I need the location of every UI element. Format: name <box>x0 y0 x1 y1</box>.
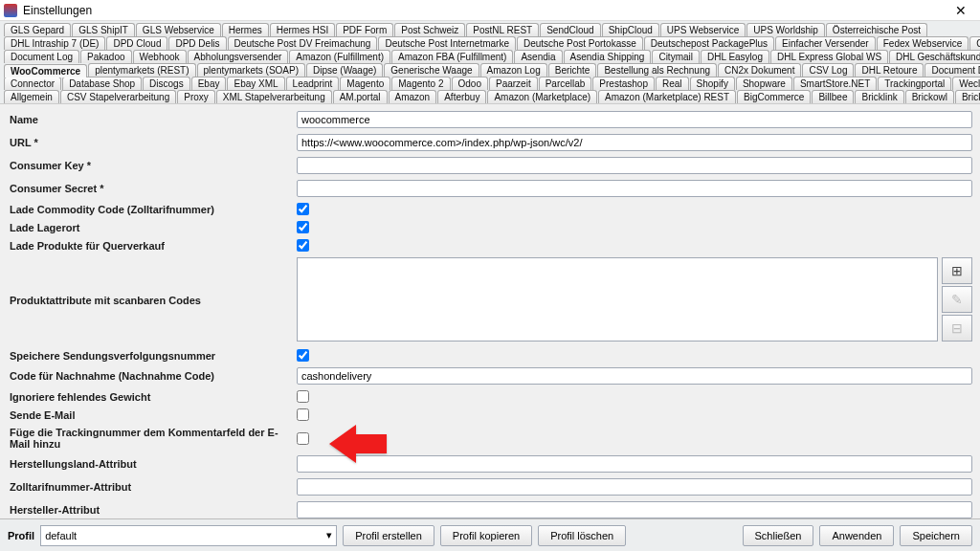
tab-amazon-marketplace-[interactable]: Amazon (Marketplace) <box>487 90 597 103</box>
tab-ups-webservice[interactable]: UPS Webservice <box>660 23 746 36</box>
tab-berichte[interactable]: Berichte <box>548 63 597 77</box>
tab-generische-waage[interactable]: Generische Waage <box>384 63 479 77</box>
tab-deutschepost-packageplus[interactable]: Deutschepost PackagePlus <box>644 36 774 50</box>
tab-plentymarkets-rest-[interactable]: plentymarkets (REST) <box>88 63 195 77</box>
tab-cn2x-dokument[interactable]: CN2x Dokument <box>718 63 801 77</box>
tab-post-schweiz[interactable]: Post Schweiz <box>394 23 465 36</box>
tab-brickscout[interactable]: Brickscout <box>955 90 980 103</box>
tab-paarzeit[interactable]: Paarzeit <box>489 77 538 90</box>
tab-webhook[interactable]: Webhook <box>133 50 187 63</box>
tab-connector[interactable]: Connector <box>4 77 61 90</box>
input-consumer-secret[interactable] <box>297 180 972 197</box>
tab-dipse-waage-[interactable]: Dipse (Waage) <box>306 63 383 77</box>
tab-fedex-webservice[interactable]: Fedex Webservice <box>877 36 969 50</box>
check-querverkauf[interactable] <box>297 239 309 252</box>
tab-brickowl[interactable]: Brickowl <box>905 90 954 103</box>
tab-ebay-xml[interactable]: Ebay XML <box>227 77 284 90</box>
input-consumer-key[interactable] <box>297 157 972 174</box>
tab-csv-stapelverarbeitung[interactable]: CSV Stapelverarbeitung <box>60 90 176 103</box>
tab-deutsche-post-internetmarke[interactable]: Deutsche Post Internetmarke <box>378 36 516 50</box>
tab-ups-worldship[interactable]: UPS Worldship <box>746 23 825 36</box>
tab-amazon-fba-fulfillment-[interactable]: Amazon FBA (Fulfillment) <box>391 50 513 63</box>
tab-woocommerce[interactable]: WooCommerce <box>4 64 87 77</box>
edit-attr-button[interactable]: ✎ <box>942 286 972 313</box>
close-icon[interactable]: ✕ <box>946 1 976 20</box>
tab-plentymarkets-soap-[interactable]: plentymarkets (SOAP) <box>197 63 305 77</box>
tab-ebay[interactable]: Ebay <box>191 77 227 90</box>
input-cod[interactable] <box>297 367 972 385</box>
tab-smartstore-net[interactable]: SmartStore.NET <box>793 77 877 90</box>
input-origin-attr[interactable] <box>297 455 972 473</box>
profile-create-button[interactable]: Profil erstellen <box>343 525 434 546</box>
tab-weclapp[interactable]: Weclapp <box>952 77 980 90</box>
check-ignore-weight[interactable] <box>297 390 309 403</box>
tab-xml-stapelverarbeitung[interactable]: XML Stapelverarbeitung <box>216 90 332 103</box>
tab-afterbuy[interactable]: Afterbuy <box>437 90 486 103</box>
tab-amazon-log[interactable]: Amazon Log <box>480 63 547 77</box>
tab-allgemein[interactable]: Allgemein <box>4 90 59 103</box>
tab-odoo[interactable]: Odoo <box>452 77 488 90</box>
input-maker-attr[interactable] <box>297 501 972 518</box>
tab-pakadoo[interactable]: Pakadoo <box>80 50 131 63</box>
tab-dhl-retoure[interactable]: DHL Retoure <box>855 63 924 77</box>
tab-trackingportal[interactable]: Trackingportal <box>878 77 951 90</box>
tab-prestashop[interactable]: Prestashop <box>592 77 655 90</box>
tab-bestellung-als-rechnung[interactable]: Bestellung als Rechnung <box>597 63 717 77</box>
tab-postnl-rest[interactable]: PostNL REST <box>466 23 539 36</box>
tab-magento-2[interactable]: Magento 2 <box>391 77 450 90</box>
tab-document-log[interactable]: Document Log <box>4 50 79 63</box>
add-attr-button[interactable]: ⊞ <box>942 257 972 284</box>
profile-combo[interactable]: default ▾ <box>40 525 337 546</box>
tab-gel-express[interactable]: GEL Express <box>969 36 980 50</box>
tab-real[interactable]: Real <box>656 77 689 90</box>
tab-discogs[interactable]: Discogs <box>143 77 190 90</box>
tab-pdf-form[interactable]: PDF Form <box>336 23 393 36</box>
tab-amazon-fulfillment-[interactable]: Amazon (Fulfillment) <box>289 50 390 63</box>
tab-bigcommerce[interactable]: BigCommerce <box>737 90 811 103</box>
tab-sendcloud[interactable]: SendCloud <box>540 23 600 36</box>
tab-proxy[interactable]: Proxy <box>177 90 215 103</box>
list-product-attrs[interactable] <box>297 257 938 342</box>
close-button[interactable]: Schließen <box>743 525 814 546</box>
tab-csv-log[interactable]: CSV Log <box>802 63 854 77</box>
tab-database-shop[interactable]: Database Shop <box>62 77 142 90</box>
tab-document-downloader[interactable]: Document Downloader <box>924 63 980 77</box>
tab-amazon[interactable]: Amazon <box>389 90 437 103</box>
tab-parcellab[interactable]: Parcellab <box>539 77 592 90</box>
tab-asendia[interactable]: Asendia <box>514 50 562 63</box>
input-name[interactable] <box>297 111 972 128</box>
tab--sterreichische-post[interactable]: Österreichische Post <box>826 23 927 36</box>
tab-dpd-cloud[interactable]: DPD Cloud <box>106 36 167 50</box>
tab-billbee[interactable]: Billbee <box>812 90 854 103</box>
tab-gls-shipit[interactable]: GLS ShipIT <box>72 23 135 36</box>
tab-hermes-hsi[interactable]: Hermes HSI <box>270 23 335 36</box>
tab-am-portal[interactable]: AM.portal <box>333 90 388 103</box>
check-track-email[interactable] <box>297 432 309 445</box>
tab-dpd-delis[interactable]: DPD Delis <box>168 36 226 50</box>
tab-abholungsversender[interactable]: Abholungsversender <box>188 50 289 63</box>
tab-shopify[interactable]: Shopify <box>690 77 735 90</box>
tab-shopware[interactable]: Shopware <box>736 77 792 90</box>
check-tracking[interactable] <box>297 349 309 362</box>
tab-dhl-easylog[interactable]: DHL Easylog <box>701 50 769 63</box>
apply-button[interactable]: Anwenden <box>819 525 894 546</box>
tab-hermes[interactable]: Hermes <box>222 23 269 36</box>
input-tariff-attr[interactable] <box>297 478 972 496</box>
tab-deutsche-post-dv-freimachung[interactable]: Deutsche Post DV Freimachung <box>228 36 378 50</box>
check-lagerort[interactable] <box>297 221 309 233</box>
profile-copy-button[interactable]: Profil kopieren <box>440 525 532 546</box>
tab-dhl-intraship-7-de-[interactable]: DHL Intraship 7 (DE) <box>4 36 105 50</box>
tab-dhl-gesch-ftskundenversand[interactable]: DHL Geschäftskundenversand <box>889 50 980 63</box>
tab-leadprint[interactable]: Leadprint <box>286 77 340 90</box>
input-url[interactable] <box>297 134 972 151</box>
tab-einfacher-versender[interactable]: Einfacher Versender <box>775 36 876 50</box>
check-send-email[interactable] <box>297 408 309 421</box>
tab-gls-gepard[interactable]: GLS Gepard <box>4 23 71 36</box>
tab-deutsche-post-portokasse[interactable]: Deutsche Post Portokasse <box>517 36 643 50</box>
remove-attr-button[interactable]: ⊟ <box>942 315 972 342</box>
check-commodity[interactable] <box>297 203 309 215</box>
tab-citymail[interactable]: Citymail <box>652 50 700 63</box>
tab-amazon-marketplace-rest[interactable]: Amazon (Marketplace) REST <box>598 90 736 103</box>
tab-bricklink[interactable]: Bricklink <box>855 90 903 103</box>
profile-delete-button[interactable]: Profil löschen <box>538 525 626 546</box>
